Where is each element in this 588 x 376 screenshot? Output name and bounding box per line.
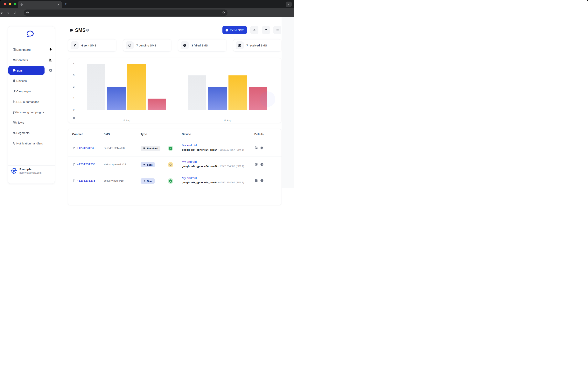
bar-pending-12-Aug[interactable] xyxy=(127,64,146,110)
sidebar-item-contacts[interactable]: Contacts xyxy=(8,56,55,64)
account-name: Example xyxy=(20,167,42,171)
account-menu[interactable]: Example hello@example.com xyxy=(10,167,52,174)
type-badge: Sent xyxy=(141,162,155,167)
bookmark-star-icon[interactable] xyxy=(222,11,225,14)
layers-icon xyxy=(12,131,16,135)
sidebar-item-rss-automations[interactable]: RSS automations xyxy=(8,97,55,106)
page-title: SMS xyxy=(75,27,85,33)
sidebar-item-devices[interactable]: Devices xyxy=(8,77,55,85)
table-row: +1231231238 rx code: 2244 #20 Received M… xyxy=(68,140,282,157)
bell-filled-icon xyxy=(49,48,52,52)
row-menu-button[interactable] xyxy=(276,162,280,167)
main-content: SMS Send SMS 4sent SMS 7pending SMS 3fai… xyxy=(68,17,281,188)
bar-received-13-Aug[interactable] xyxy=(188,75,206,110)
flag-icon[interactable] xyxy=(73,146,76,149)
type-badge: Sent xyxy=(141,178,155,184)
info-icon xyxy=(86,29,89,32)
info-icon[interactable] xyxy=(86,29,89,32)
app-logo-icon[interactable] xyxy=(26,30,34,38)
close-tab-icon[interactable]: ✕ xyxy=(57,3,60,6)
check-icon xyxy=(169,147,172,149)
bell-filled-icon[interactable] xyxy=(49,48,52,52)
checklist-icon xyxy=(12,121,16,124)
calendar-icon[interactable] xyxy=(254,146,258,150)
filter-icon xyxy=(264,28,268,32)
info-icon xyxy=(73,116,75,119)
new-tab-button[interactable]: + xyxy=(64,2,67,6)
minimize-window-button[interactable] xyxy=(9,3,11,5)
arrow-left-icon xyxy=(0,11,3,14)
column-header-device: Device xyxy=(182,133,191,136)
plus-circle-icon[interactable] xyxy=(49,68,52,72)
forward-button[interactable] xyxy=(7,11,13,14)
device-link[interactable]: My android xyxy=(182,176,197,180)
sms-text: delivery note #18 xyxy=(104,179,124,182)
table-row: +1231231238 status: queued #19 Sent My a… xyxy=(68,157,282,173)
sidebar-item-segments[interactable]: Segments xyxy=(8,129,55,137)
sms-activity-chart: 4321012 Aug13 Aug xyxy=(68,58,281,123)
send-icon xyxy=(143,163,146,166)
calendar-icon[interactable] xyxy=(254,179,258,182)
x-axis-label: 12 Aug xyxy=(123,119,130,122)
page-gutter xyxy=(282,17,294,188)
status-pending-icon xyxy=(168,162,173,167)
bar-sent-13-Aug[interactable] xyxy=(208,87,227,110)
site-info-icon[interactable] xyxy=(26,11,29,14)
clock-icon[interactable] xyxy=(260,162,264,166)
back-button[interactable] xyxy=(0,11,7,14)
address-bar[interactable] xyxy=(24,10,228,16)
bar-received-12-Aug[interactable] xyxy=(87,64,105,110)
chart-info-icon[interactable] xyxy=(73,116,75,119)
send-icon xyxy=(143,180,146,182)
logo-icon xyxy=(26,30,34,38)
browser-tab[interactable]: ✕ xyxy=(18,1,62,8)
reload-button[interactable] xyxy=(13,11,20,14)
avatar-icon xyxy=(10,167,17,174)
sidebar-item-dashboard[interactable]: Dashboard xyxy=(8,45,55,54)
sidebar-item-notification-handlers[interactable]: Notification handlers xyxy=(8,139,55,147)
calendar-icon[interactable] xyxy=(254,162,258,166)
tab-strip: ✕ + xyxy=(0,0,294,8)
rss-icon xyxy=(12,100,16,104)
clock-icon[interactable] xyxy=(260,146,264,150)
device-link[interactable]: My android xyxy=(182,144,197,147)
bar-pending-13-Aug[interactable] xyxy=(229,75,247,110)
flag-icon[interactable] xyxy=(73,179,76,182)
device-model: google sdk_gphone64_arm64 xyxy=(182,148,217,151)
kebab-icon xyxy=(276,179,280,183)
tab-list-button[interactable] xyxy=(286,1,292,7)
sidebar-item-flows[interactable]: Flows xyxy=(8,118,55,127)
bar-sent-12-Aug[interactable] xyxy=(107,87,126,110)
avatar xyxy=(10,167,17,174)
column-header-contact: Contact xyxy=(72,133,83,136)
filter-button[interactable] xyxy=(262,26,270,34)
clock-icon xyxy=(260,162,264,166)
check-icon xyxy=(169,180,172,182)
bar-chart-icon[interactable] xyxy=(49,58,52,62)
row-menu-button[interactable] xyxy=(276,146,280,151)
send-icon xyxy=(73,43,76,47)
zoom-window-button[interactable] xyxy=(14,3,16,5)
device-link[interactable]: My android xyxy=(182,160,197,164)
close-window-button[interactable] xyxy=(4,3,6,5)
contact-phone-link[interactable]: +1231231238 xyxy=(77,179,95,182)
send-sms-button[interactable]: Send SMS xyxy=(222,26,247,34)
sidebar-item-recurring-campaigns[interactable]: Recurring campaigns xyxy=(8,108,55,116)
clock-icon[interactable] xyxy=(260,179,264,183)
columns-button[interactable] xyxy=(273,26,281,34)
flag-icon[interactable] xyxy=(73,163,76,166)
chevron-down-icon xyxy=(287,3,290,6)
sidebar-item-sms[interactable]: SMS xyxy=(8,66,44,75)
contact-phone-link[interactable]: +1231231238 xyxy=(77,146,95,150)
chart-watermark xyxy=(260,91,275,107)
rocket-icon xyxy=(12,89,16,93)
spinner-icon xyxy=(169,163,172,166)
export-button[interactable] xyxy=(250,26,258,34)
contact-phone-link[interactable]: +1231231238 xyxy=(77,163,95,166)
table-row: +1231231238 delivery note #18 Sent My an… xyxy=(68,173,282,188)
bar-failed-12-Aug[interactable] xyxy=(147,99,166,110)
sidebar-item-campaigns[interactable]: Campaigns xyxy=(8,87,55,95)
x-axis-label: 13 Aug xyxy=(224,119,231,122)
stat-card-failed-SMS: 3failed SMS xyxy=(178,39,226,52)
row-menu-button[interactable] xyxy=(276,178,280,184)
